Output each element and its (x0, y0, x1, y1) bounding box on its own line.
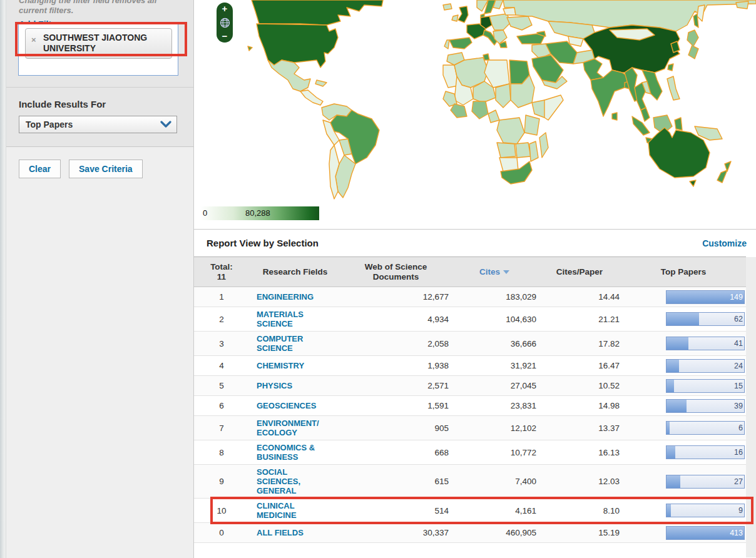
country-shape[interactable] (675, 118, 682, 130)
country-shape[interactable] (717, 170, 727, 183)
country-shape[interactable] (268, 60, 310, 91)
country-shape[interactable] (612, 113, 617, 120)
research-field-link[interactable]: CLINICAL MEDICINE (257, 501, 323, 520)
country-shape[interactable] (529, 141, 538, 161)
remove-filter-icon[interactable]: × (31, 34, 36, 45)
table-row: 2 MATERIALS SCIENCE 4,934 104,630 21.21 … (194, 307, 746, 332)
country-shape[interactable] (497, 143, 516, 158)
country-shape[interactable] (667, 76, 680, 100)
country-shape[interactable] (315, 80, 327, 86)
sidebar-actions: Clear Save Criteria (0, 147, 193, 178)
main-content: + − 0 80,288 Report View by Selection (194, 0, 756, 558)
country-shape[interactable] (248, 46, 252, 51)
research-field-link[interactable]: PHYSICS (257, 381, 323, 390)
zoom-in-button[interactable]: + (222, 4, 228, 13)
country-shape[interactable] (472, 101, 488, 119)
top-papers-bar-fill (667, 504, 671, 517)
country-shape[interactable] (539, 133, 548, 158)
cites-per-paper-value: 16.13 (538, 448, 621, 457)
country-shape[interactable] (697, 5, 705, 21)
wos-documents-value: 905 (341, 424, 451, 433)
top-papers-bar: 62 (666, 312, 745, 326)
research-field-link[interactable]: SOCIAL SCIENCES, GENERAL (257, 467, 323, 495)
country-shape[interactable] (516, 143, 531, 158)
country-shape[interactable] (503, 8, 516, 15)
country-shape[interactable] (484, 60, 509, 88)
column-header-total: Total: 11 (194, 262, 249, 282)
country-shape[interactable] (496, 84, 511, 108)
country-shape[interactable] (668, 64, 673, 71)
world-map[interactable]: + − 0 80,288 (194, 0, 756, 230)
customize-link[interactable]: Customize (702, 238, 747, 248)
filters-sidebar: Changing the filter field removes all cu… (0, 0, 194, 558)
country-shape[interactable] (524, 115, 539, 135)
row-rank: 0 (194, 528, 249, 537)
column-header-cites-per-paper: Cites/Paper (538, 267, 621, 277)
research-field-link[interactable]: ENGINEERING (257, 292, 323, 302)
research-field-link[interactable]: GEOSCIENCES (257, 401, 323, 410)
country-shape[interactable] (458, 6, 468, 23)
country-shape[interactable] (444, 40, 449, 49)
top-papers-bar: 9 (666, 504, 745, 517)
top-papers-value: 41 (734, 339, 743, 348)
top-papers-bar: 41 (666, 337, 745, 350)
cites-per-paper-value: 21.21 (538, 315, 621, 324)
country-shape[interactable] (583, 59, 603, 80)
country-shape[interactable] (641, 108, 650, 121)
research-field-link[interactable]: ENVIRONMENT/ECOLOGY (257, 418, 323, 437)
globe-icon[interactable] (220, 18, 230, 28)
wos-documents-value: 12,677 (341, 292, 451, 302)
top-papers-bar-fill (667, 360, 679, 372)
top-papers-value: 24 (734, 362, 743, 371)
wos-documents-value: 2,571 (341, 381, 451, 390)
country-shape[interactable] (517, 34, 544, 44)
research-field-link[interactable]: COMPUTER SCIENCE (257, 334, 323, 353)
country-shape[interactable] (693, 14, 698, 28)
top-papers-bar: 149 (666, 290, 745, 304)
country-shape[interactable] (488, 110, 499, 123)
clear-button[interactable]: Clear (19, 160, 61, 178)
include-results-select[interactable]: Top Papers (19, 116, 177, 133)
top-papers-bar-fill (667, 446, 675, 459)
top-papers-bar: 16 (666, 445, 745, 459)
cites-value: 10,772 (451, 448, 538, 457)
country-shape[interactable] (497, 118, 524, 144)
country-shape[interactable] (483, 54, 489, 60)
country-shape[interactable] (451, 104, 467, 118)
country-shape[interactable] (736, 1, 748, 9)
zoom-out-button[interactable]: − (222, 32, 228, 41)
country-shape[interactable] (507, 16, 532, 30)
column-header-cites[interactable]: Cites (451, 267, 538, 277)
column-header-wos-documents: Web of Science Documents (341, 262, 451, 282)
country-shape[interactable] (252, 0, 383, 25)
table-row: 1 ENGINEERING 12,677 183,029 14.44 149 (194, 287, 746, 307)
country-shape[interactable] (443, 4, 452, 10)
top-papers-bar: 413 (666, 526, 745, 540)
cites-value: 7,400 (451, 477, 538, 486)
filter-box: × SOUTHWEST JIAOTONG UNIVERSITY (18, 24, 178, 76)
research-field-link[interactable]: CHEMISTRY (257, 361, 323, 370)
research-field-link[interactable]: MATERIALS SCIENCE (257, 310, 323, 328)
country-shape[interactable] (452, 15, 458, 21)
country-shape[interactable] (725, 161, 731, 171)
country-shape[interactable] (489, 14, 511, 30)
save-criteria-button[interactable]: Save Criteria (69, 160, 143, 178)
row-rank: 7 (194, 424, 249, 433)
include-results-heading: Include Results For (19, 99, 185, 109)
cites-per-paper-value: 14.98 (538, 401, 621, 410)
research-field-link[interactable]: ALL FIELDS (257, 528, 323, 537)
country-shape[interactable] (449, 38, 472, 49)
cites-per-paper-value: 16.47 (538, 361, 621, 370)
cites-value: 27,045 (451, 381, 538, 390)
row-rank: 2 (194, 315, 249, 324)
country-shape[interactable] (687, 30, 698, 59)
country-shape[interactable] (690, 180, 696, 186)
row-rank: 6 (194, 401, 249, 410)
table-row: 8 ECONOMICS & BUSINESS 668 10,772 16.13 … (194, 440, 746, 465)
filter-chip[interactable]: × SOUTHWEST JIAOTONG UNIVERSITY (25, 28, 172, 59)
wos-documents-value: 1,938 (341, 361, 451, 370)
table-row: 3 COMPUTER SCIENCE 2,058 36,666 17.82 41 (194, 332, 746, 356)
country-shape[interactable] (544, 95, 563, 120)
research-field-link[interactable]: ECONOMICS & BUSINESS (257, 443, 323, 462)
country-shape[interactable] (300, 90, 323, 105)
